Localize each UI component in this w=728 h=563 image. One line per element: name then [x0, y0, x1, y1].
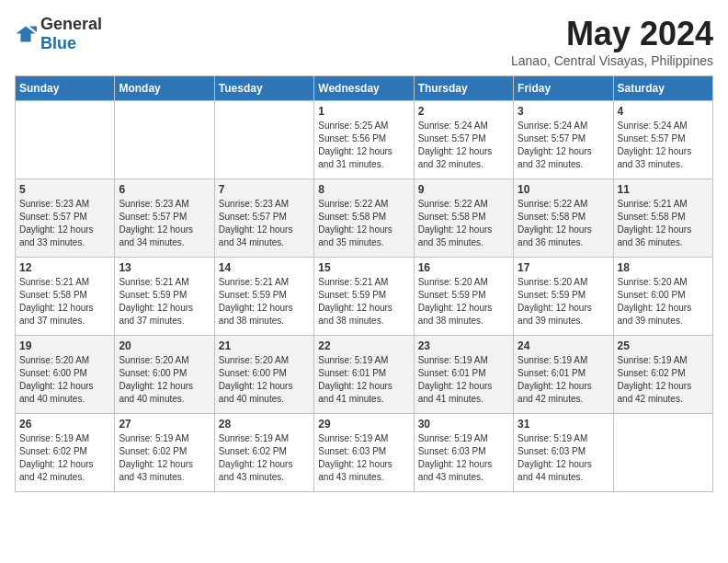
day-info: Sunrise: 5:19 AMSunset: 6:02 PMDaylight:…	[119, 432, 210, 484]
calendar-cell: 26Sunrise: 5:19 AMSunset: 6:02 PMDayligh…	[16, 414, 115, 492]
calendar-cell: 1Sunrise: 5:25 AMSunset: 5:56 PMDaylight…	[314, 101, 414, 179]
day-header-sunday: Sunday	[16, 76, 115, 101]
day-info: Sunrise: 5:20 AMSunset: 6:00 PMDaylight:…	[618, 276, 709, 327]
day-number: 24	[518, 339, 609, 352]
day-info: Sunrise: 5:20 AMSunset: 6:00 PMDaylight:…	[219, 354, 310, 406]
day-info: Sunrise: 5:21 AMSunset: 5:59 PMDaylight:…	[318, 276, 409, 327]
calendar-cell: 23Sunrise: 5:19 AMSunset: 6:01 PMDayligh…	[414, 336, 513, 414]
calendar-table: SundayMondayTuesdayWednesdayThursdayFrid…	[15, 75, 713, 492]
calendar-cell: 8Sunrise: 5:22 AMSunset: 5:58 PMDaylight…	[314, 179, 414, 258]
calendar-header-row: SundayMondayTuesdayWednesdayThursdayFrid…	[16, 76, 713, 101]
calendar-week-row: 12Sunrise: 5:21 AMSunset: 5:58 PMDayligh…	[16, 258, 713, 336]
day-info: Sunrise: 5:19 AMSunset: 6:01 PMDaylight:…	[518, 354, 609, 406]
calendar-cell: 5Sunrise: 5:23 AMSunset: 5:57 PMDaylight…	[16, 179, 115, 258]
day-number: 3	[518, 105, 609, 118]
day-number: 25	[618, 339, 709, 352]
calendar-cell	[613, 414, 712, 492]
day-number: 6	[119, 183, 210, 196]
day-info: Sunrise: 5:20 AMSunset: 5:59 PMDaylight:…	[518, 276, 609, 327]
day-info: Sunrise: 5:21 AMSunset: 5:58 PMDaylight:…	[19, 276, 110, 327]
day-number: 1	[318, 105, 409, 118]
calendar-week-row: 1Sunrise: 5:25 AMSunset: 5:56 PMDaylight…	[16, 101, 713, 179]
calendar-cell: 6Sunrise: 5:23 AMSunset: 5:57 PMDaylight…	[115, 179, 214, 258]
day-info: Sunrise: 5:19 AMSunset: 6:02 PMDaylight:…	[618, 354, 709, 406]
calendar-cell: 29Sunrise: 5:19 AMSunset: 6:03 PMDayligh…	[314, 414, 414, 492]
day-number: 7	[219, 183, 310, 196]
day-info: Sunrise: 5:19 AMSunset: 6:01 PMDaylight:…	[318, 354, 409, 406]
calendar-cell	[115, 101, 214, 179]
calendar-cell: 31Sunrise: 5:19 AMSunset: 6:03 PMDayligh…	[514, 414, 613, 492]
calendar-cell: 16Sunrise: 5:20 AMSunset: 5:59 PMDayligh…	[414, 258, 513, 336]
location-subtitle: Lanao, Central Visayas, Philippines	[511, 53, 713, 68]
day-number: 19	[19, 339, 110, 352]
day-number: 4	[618, 105, 709, 118]
day-number: 15	[318, 261, 409, 274]
day-header-thursday: Thursday	[414, 76, 513, 101]
day-number: 29	[318, 418, 409, 431]
day-info: Sunrise: 5:22 AMSunset: 5:58 PMDaylight:…	[518, 198, 609, 249]
logo: General Blue	[15, 15, 102, 53]
day-info: Sunrise: 5:19 AMSunset: 6:02 PMDaylight:…	[219, 432, 310, 484]
day-info: Sunrise: 5:23 AMSunset: 5:57 PMDaylight:…	[119, 198, 210, 249]
day-number: 20	[119, 339, 210, 352]
calendar-cell: 21Sunrise: 5:20 AMSunset: 6:00 PMDayligh…	[214, 336, 313, 414]
logo-general: General	[40, 15, 102, 33]
calendar-cell: 20Sunrise: 5:20 AMSunset: 6:00 PMDayligh…	[115, 336, 214, 414]
day-number: 22	[318, 339, 409, 352]
calendar-body: 1Sunrise: 5:25 AMSunset: 5:56 PMDaylight…	[16, 101, 713, 492]
calendar-cell: 28Sunrise: 5:19 AMSunset: 6:02 PMDayligh…	[214, 414, 313, 492]
calendar-cell: 4Sunrise: 5:24 AMSunset: 5:57 PMDaylight…	[613, 101, 712, 179]
calendar-cell: 10Sunrise: 5:22 AMSunset: 5:58 PMDayligh…	[514, 179, 613, 258]
day-number: 23	[418, 339, 509, 352]
calendar-cell: 2Sunrise: 5:24 AMSunset: 5:57 PMDaylight…	[414, 101, 513, 179]
month-title: May 2024	[511, 15, 713, 53]
day-number: 11	[618, 183, 709, 196]
day-number: 5	[19, 183, 110, 196]
day-number: 18	[618, 261, 709, 274]
day-info: Sunrise: 5:20 AMSunset: 6:00 PMDaylight:…	[19, 354, 110, 406]
day-number: 26	[19, 418, 110, 431]
day-number: 28	[219, 418, 310, 431]
day-number: 10	[518, 183, 609, 196]
day-header-tuesday: Tuesday	[214, 76, 313, 101]
day-info: Sunrise: 5:19 AMSunset: 6:03 PMDaylight:…	[318, 432, 409, 484]
calendar-cell: 9Sunrise: 5:22 AMSunset: 5:58 PMDaylight…	[414, 179, 513, 258]
calendar-cell: 12Sunrise: 5:21 AMSunset: 5:58 PMDayligh…	[16, 258, 115, 336]
day-number: 9	[418, 183, 509, 196]
day-number: 16	[418, 261, 509, 274]
day-number: 13	[119, 261, 210, 274]
title-area: May 2024 Lanao, Central Visayas, Philipp…	[511, 15, 713, 68]
calendar-cell	[214, 101, 313, 179]
day-info: Sunrise: 5:19 AMSunset: 6:02 PMDaylight:…	[19, 432, 110, 484]
day-number: 2	[418, 105, 509, 118]
day-info: Sunrise: 5:24 AMSunset: 5:57 PMDaylight:…	[418, 120, 509, 171]
day-header-monday: Monday	[115, 76, 214, 101]
logo-blue: Blue	[40, 34, 76, 52]
calendar-cell: 27Sunrise: 5:19 AMSunset: 6:02 PMDayligh…	[115, 414, 214, 492]
day-number: 17	[518, 261, 609, 274]
day-header-friday: Friday	[514, 76, 613, 101]
calendar-cell: 30Sunrise: 5:19 AMSunset: 6:03 PMDayligh…	[414, 414, 513, 492]
day-number: 31	[518, 418, 609, 431]
day-number: 30	[418, 418, 509, 431]
day-info: Sunrise: 5:21 AMSunset: 5:59 PMDaylight:…	[119, 276, 210, 327]
header: General Blue May 2024 Lanao, Central Vis…	[15, 15, 713, 68]
calendar-cell	[16, 101, 115, 179]
day-info: Sunrise: 5:19 AMSunset: 6:03 PMDaylight:…	[518, 432, 609, 484]
calendar-cell: 19Sunrise: 5:20 AMSunset: 6:00 PMDayligh…	[16, 336, 115, 414]
calendar-cell: 17Sunrise: 5:20 AMSunset: 5:59 PMDayligh…	[514, 258, 613, 336]
day-info: Sunrise: 5:24 AMSunset: 5:57 PMDaylight:…	[618, 120, 709, 171]
calendar-cell: 18Sunrise: 5:20 AMSunset: 6:00 PMDayligh…	[613, 258, 712, 336]
calendar-cell: 24Sunrise: 5:19 AMSunset: 6:01 PMDayligh…	[514, 336, 613, 414]
day-info: Sunrise: 5:22 AMSunset: 5:58 PMDaylight:…	[418, 198, 509, 249]
day-info: Sunrise: 5:24 AMSunset: 5:57 PMDaylight:…	[518, 120, 609, 171]
calendar-cell: 11Sunrise: 5:21 AMSunset: 5:58 PMDayligh…	[613, 179, 712, 258]
calendar-cell: 14Sunrise: 5:21 AMSunset: 5:59 PMDayligh…	[214, 258, 313, 336]
day-number: 8	[318, 183, 409, 196]
day-info: Sunrise: 5:23 AMSunset: 5:57 PMDaylight:…	[19, 198, 110, 249]
calendar-cell: 7Sunrise: 5:23 AMSunset: 5:57 PMDaylight…	[214, 179, 313, 258]
day-info: Sunrise: 5:21 AMSunset: 5:58 PMDaylight:…	[618, 198, 709, 249]
calendar-week-row: 5Sunrise: 5:23 AMSunset: 5:57 PMDaylight…	[16, 179, 713, 258]
day-number: 21	[219, 339, 310, 352]
day-info: Sunrise: 5:19 AMSunset: 6:03 PMDaylight:…	[418, 432, 509, 484]
